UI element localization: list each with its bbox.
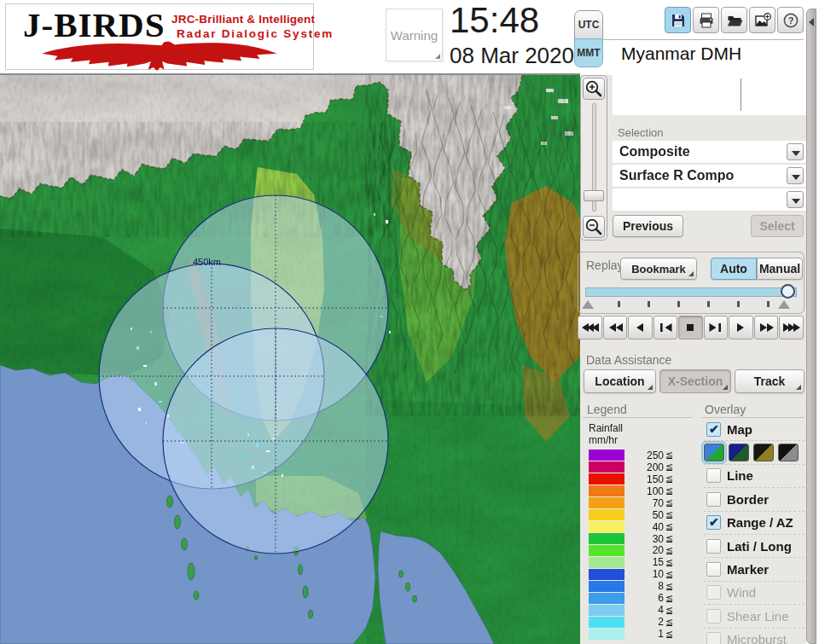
help-button[interactable]: ? — [777, 7, 804, 33]
legend-divider — [583, 417, 692, 418]
replay-progress-handle[interactable] — [781, 284, 795, 299]
skip-end-icon — [706, 322, 725, 334]
select-button[interactable]: Select — [751, 215, 804, 237]
checkbox[interactable] — [706, 539, 721, 554]
save-button[interactable] — [665, 7, 691, 33]
auto-button[interactable]: Auto — [711, 258, 757, 280]
warning-label: Warning — [391, 28, 438, 43]
selection-dropdown-2[interactable]: Surface R Compo — [613, 165, 806, 188]
checkbox[interactable] — [706, 468, 721, 483]
zoom-out-button[interactable] — [583, 216, 605, 238]
capture-add-icon — [754, 12, 771, 29]
lte-symbol: ≦ — [665, 473, 673, 484]
station-name: Myanmar DMH — [621, 44, 741, 64]
selection-dropdown-3[interactable] — [613, 189, 806, 212]
checkbox[interactable] — [706, 585, 721, 600]
checkbox[interactable] — [706, 515, 721, 530]
open-folder-button[interactable] — [721, 7, 747, 33]
dropdown-arrow-button[interactable] — [787, 167, 804, 184]
checkbox[interactable] — [706, 609, 721, 624]
dropdown-arrow-button[interactable] — [787, 191, 804, 208]
legend-swatch — [589, 497, 624, 508]
legend-swatch — [589, 557, 624, 568]
location-button[interactable]: Location — [584, 369, 656, 393]
lte-symbol: ≦ — [665, 461, 673, 473]
zoom-slider-thumb[interactable] — [584, 190, 604, 201]
legend-swatch — [589, 629, 624, 640]
legend-row: 70≦ — [589, 497, 673, 509]
map-style-swatch-3[interactable] — [753, 444, 774, 461]
legend-row: 30≦ — [589, 533, 673, 545]
overlay-list: MapLineBorderRange / AZLati / LongMarker… — [704, 418, 804, 644]
legend-value: 2 — [624, 616, 664, 628]
text-input[interactable] — [613, 75, 806, 115]
selection-dropdown-1[interactable]: Composite — [613, 141, 806, 164]
legend-swatch — [589, 581, 624, 592]
manual-button[interactable]: Manual — [757, 258, 803, 280]
fast-rewind-3-button[interactable] — [578, 316, 602, 339]
logo-subtitle-2: Radar Dialogic System — [177, 27, 334, 40]
legend-row: 100≦ — [589, 485, 673, 497]
map-style-swatch-2[interactable] — [729, 444, 749, 461]
overlay-label: Microburst — [727, 632, 787, 644]
legend-unit-2: mm/hr — [589, 434, 618, 446]
panel-collapse-handle[interactable] — [806, 9, 816, 644]
map-style-swatch-4[interactable] — [778, 444, 799, 461]
checkbox[interactable] — [706, 422, 721, 437]
checkbox[interactable] — [706, 632, 721, 644]
replay-progress-bar[interactable] — [585, 287, 797, 297]
range-end-marker[interactable] — [778, 300, 790, 309]
overlay-label: Map — [727, 422, 752, 437]
slider-tick — [767, 301, 770, 307]
skip-start-button[interactable] — [653, 316, 678, 339]
skip-start-icon — [656, 322, 675, 334]
lte-symbol: ≦ — [665, 617, 673, 628]
slider-tick — [677, 301, 680, 307]
legend-value: 4 — [624, 604, 664, 616]
legend-row: 150≦ — [589, 473, 673, 485]
zoom-in-button[interactable] — [583, 78, 605, 100]
dropdown-arrow-button[interactable] — [787, 143, 804, 160]
checkbox[interactable] — [706, 562, 721, 577]
button-label: Location — [595, 374, 644, 388]
print-button[interactable] — [693, 7, 719, 33]
step-back-icon — [630, 322, 649, 334]
range-start-marker[interactable] — [582, 300, 594, 309]
radar-map[interactable]: 450km — [0, 73, 580, 644]
bookmark-button[interactable]: Bookmark — [620, 258, 697, 280]
stop-icon — [681, 322, 700, 334]
map-style-swatch-1[interactable] — [704, 444, 724, 461]
play-button[interactable] — [729, 316, 753, 339]
capture-add-button[interactable] — [749, 7, 775, 33]
legend-swatch — [589, 569, 624, 580]
legend-swatch — [589, 593, 624, 604]
stop-button[interactable] — [678, 316, 703, 339]
rewind-2-button[interactable] — [603, 316, 628, 339]
step-back-button[interactable] — [628, 316, 653, 339]
fast-forward-3-icon — [781, 322, 800, 334]
warning-button[interactable]: Warning — [386, 9, 443, 61]
lte-symbol: ≦ — [665, 545, 673, 556]
checkbox[interactable] — [706, 492, 721, 507]
dropdown-value: Composite — [619, 144, 690, 160]
lte-symbol: ≦ — [665, 497, 673, 508]
x-section-button[interactable]: X-Section — [659, 369, 731, 393]
eagle-logo-icon — [9, 40, 310, 71]
timezone-mmt-button[interactable]: MMT — [574, 38, 603, 67]
lte-symbol: ≦ — [665, 533, 673, 544]
track-button[interactable]: Track — [735, 369, 804, 393]
fast-forward-2-button[interactable] — [754, 316, 779, 339]
lte-symbol: ≦ — [665, 485, 673, 496]
app-logo: J-BIRDS JRC-Brilliant & Intelligent Rada… — [5, 3, 314, 70]
legend-scale: 250≦200≦150≦100≦70≦50≦40≦30≦20≦15≦10≦8≦6… — [589, 450, 673, 640]
fast-forward-3-button[interactable] — [779, 316, 804, 339]
timezone-utc-button[interactable]: UTC — [574, 10, 603, 39]
overlay-title: Overlay — [705, 403, 746, 416]
overlay-item-lati-long: Lati / Long — [704, 535, 804, 558]
legend-swatch — [589, 450, 624, 461]
previous-button[interactable]: Previous — [613, 215, 683, 237]
skip-end-button[interactable] — [704, 316, 729, 339]
slider-tick — [707, 301, 710, 307]
utc-label: UTC — [578, 19, 600, 31]
legend-value: 20 — [624, 544, 664, 556]
